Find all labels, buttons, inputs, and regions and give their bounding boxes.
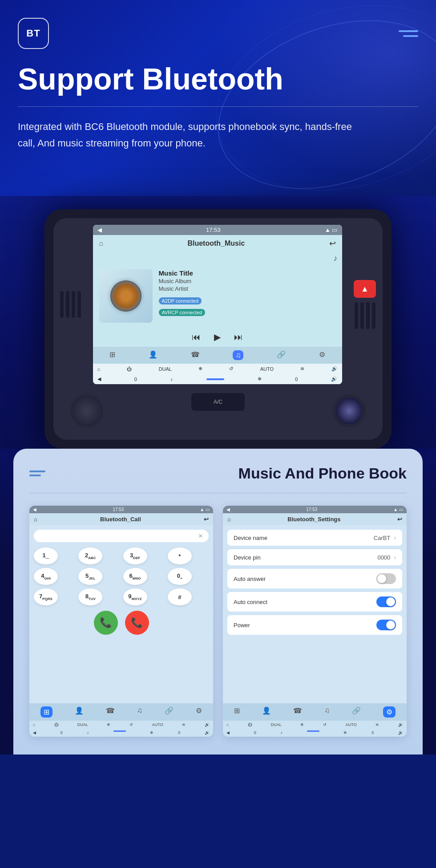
hamburger-menu-button[interactable] bbox=[399, 30, 418, 37]
album-disc bbox=[110, 280, 141, 312]
auto-answer-label: Auto answer bbox=[234, 576, 266, 582]
dial-0[interactable]: 0+ bbox=[168, 568, 192, 585]
call-grid-icon-active[interactable]: ⊞ bbox=[40, 706, 52, 718]
device-name-row[interactable]: Device name CarBT › bbox=[227, 530, 402, 546]
call-back-nav-icon: ↩ bbox=[204, 516, 209, 523]
triangle-icon: ▲ bbox=[361, 284, 369, 294]
dial-hash[interactable]: # bbox=[168, 588, 192, 605]
hamburger-line-2 bbox=[403, 35, 418, 37]
left-knob[interactable] bbox=[69, 393, 105, 429]
settings-icon[interactable]: ⚙ bbox=[319, 350, 325, 360]
next-button[interactable]: ⏭ bbox=[234, 332, 243, 342]
call-home-icon: ⌂ bbox=[34, 516, 37, 523]
auto-connect-row[interactable]: Auto connect bbox=[227, 592, 402, 612]
power-row[interactable]: Power bbox=[227, 615, 402, 635]
auto-answer-toggle[interactable] bbox=[376, 573, 396, 584]
link-icon[interactable]: 🔗 bbox=[277, 350, 286, 360]
settings-statusbar: ◀ 17:53 ▲ ▭ bbox=[223, 506, 407, 513]
play-button[interactable]: ▶ bbox=[214, 332, 221, 342]
answer-button[interactable]: 📞 bbox=[94, 611, 118, 635]
back-icon[interactable]: ↩ bbox=[329, 239, 336, 248]
settings-slider[interactable] bbox=[307, 730, 319, 732]
temp-0-l: 0 bbox=[134, 377, 137, 382]
contacts-icon[interactable]: 👤 bbox=[149, 350, 157, 360]
screen-nav-bar: ⌂ Bluetooth_Music ↩ bbox=[93, 235, 342, 252]
toggle-knob-3 bbox=[386, 621, 395, 629]
back-arrow-icon: ◀ bbox=[97, 227, 102, 233]
audio-icon: ♪ bbox=[170, 377, 173, 382]
vent-slot bbox=[60, 291, 64, 318]
dial-5[interactable]: 5JKL bbox=[78, 568, 102, 585]
call-settings-icon[interactable]: ⚙ bbox=[196, 706, 202, 718]
dial-8[interactable]: 8TUV bbox=[78, 588, 102, 605]
call-search-bar[interactable]: ✕ bbox=[34, 530, 209, 542]
car-image-wrapper: ◀ 17:53 ▲ ▭ ⌂ Bluetooth_Music ↩ bbox=[0, 196, 436, 449]
hangup-button[interactable]: 📞 bbox=[125, 611, 149, 635]
phone-icon[interactable]: ☎ bbox=[191, 350, 200, 360]
temp-0-r: 0 bbox=[295, 377, 298, 382]
dial-1[interactable]: 1— bbox=[34, 548, 58, 564]
screen-statusbar: ◀ 17:53 ▲ ▭ bbox=[93, 225, 342, 235]
settings-contacts-icon[interactable]: 👤 bbox=[262, 706, 271, 718]
settings-nav: ⌂ Bluetooth_Settings ↩ bbox=[223, 513, 407, 525]
device-name-label: Device name bbox=[234, 535, 267, 541]
dial-6[interactable]: 6MNO bbox=[123, 568, 147, 585]
call-nav: ⌂ Bluetooth_Call ↩ bbox=[29, 513, 213, 525]
settings-music-icon[interactable]: ♫ bbox=[324, 706, 330, 718]
header-row: BT bbox=[18, 18, 418, 49]
call-phone-icon[interactable]: ☎ bbox=[106, 706, 115, 718]
call-music-icon[interactable]: ♫ bbox=[137, 706, 142, 718]
device-pin-row[interactable]: Device pin 0000 › bbox=[227, 549, 402, 565]
settings-home-icon: ⌂ bbox=[227, 516, 231, 523]
power-icon: ⏻ bbox=[127, 366, 132, 372]
car-screen: ◀ 17:53 ▲ ▭ ⌂ Bluetooth_Music ↩ bbox=[93, 225, 342, 384]
card-menu-icon[interactable] bbox=[29, 471, 45, 476]
right-vent bbox=[355, 302, 375, 329]
right-knob[interactable] bbox=[331, 393, 367, 429]
settings-link-icon[interactable]: 🔗 bbox=[352, 706, 361, 718]
card-divider bbox=[29, 493, 407, 493]
prev-button[interactable]: ⏮ bbox=[192, 332, 201, 342]
call-contacts-icon[interactable]: 👤 bbox=[75, 706, 84, 718]
card-menu-line-2 bbox=[29, 475, 41, 476]
power-toggle[interactable] bbox=[376, 620, 396, 630]
auto-connect-toggle[interactable] bbox=[376, 596, 396, 607]
device-pin-label: Device pin bbox=[234, 554, 261, 561]
dial-2[interactable]: 2ABC bbox=[78, 548, 102, 564]
grid-icon[interactable]: ⊞ bbox=[109, 350, 115, 360]
auto-answer-row[interactable]: Auto answer bbox=[227, 569, 402, 588]
hazard-button[interactable]: ▲ bbox=[354, 280, 376, 298]
album-art bbox=[99, 269, 153, 323]
ac-icon: ↺ bbox=[229, 366, 233, 372]
call-buttons: 📞 📞 bbox=[34, 611, 209, 635]
settings-phone-icon[interactable]: ☎ bbox=[293, 706, 302, 718]
dial-4[interactable]: 4GHI bbox=[34, 568, 58, 585]
music-icon-active[interactable]: ♫ bbox=[233, 350, 243, 360]
settings-gear-icon-active[interactable]: ⚙ bbox=[383, 706, 396, 718]
card-title: Music And Phone Book bbox=[238, 465, 407, 482]
mini-slider[interactable] bbox=[113, 730, 126, 732]
screen-content: Music Title Music Album Music Artist A2D… bbox=[93, 265, 342, 327]
settings-grid-icon[interactable]: ⊞ bbox=[234, 706, 240, 718]
call-nav-title: Bluetooth_Call bbox=[100, 516, 141, 523]
bt-logo: BT bbox=[18, 18, 49, 49]
dial-9[interactable]: 9WXYZ bbox=[123, 588, 147, 605]
settings-back-icon: ◀ bbox=[226, 507, 230, 512]
back-arrow-2: ◀ bbox=[97, 376, 101, 382]
dial-star[interactable]: * bbox=[168, 548, 192, 564]
home-icon[interactable]: ⌂ bbox=[99, 239, 104, 247]
chevron-icon-2: › bbox=[394, 554, 396, 561]
dial-7[interactable]: 7PQRS bbox=[34, 588, 58, 605]
chevron-icon: › bbox=[394, 534, 396, 541]
car-section: ◀ 17:53 ▲ ▭ ⌂ Bluetooth_Music ↩ bbox=[0, 196, 436, 449]
call-time: 17:53 bbox=[113, 507, 124, 512]
vent-slot bbox=[360, 302, 364, 329]
clear-icon[interactable]: ✕ bbox=[198, 532, 203, 539]
dial-3[interactable]: 3DEF bbox=[123, 548, 147, 564]
slider-bar[interactable] bbox=[206, 378, 224, 380]
vol-2: 🔊 bbox=[331, 376, 337, 382]
call-link-icon[interactable]: 🔗 bbox=[165, 706, 174, 718]
settings-climate: ⌂⏻DUAL❄↺AUTO≋🔊 bbox=[223, 721, 407, 729]
phone-answer-icon: 📞 bbox=[100, 617, 112, 629]
screen-bottom-nav: ⊞ 👤 ☎ ♫ 🔗 ⚙ bbox=[93, 347, 342, 364]
